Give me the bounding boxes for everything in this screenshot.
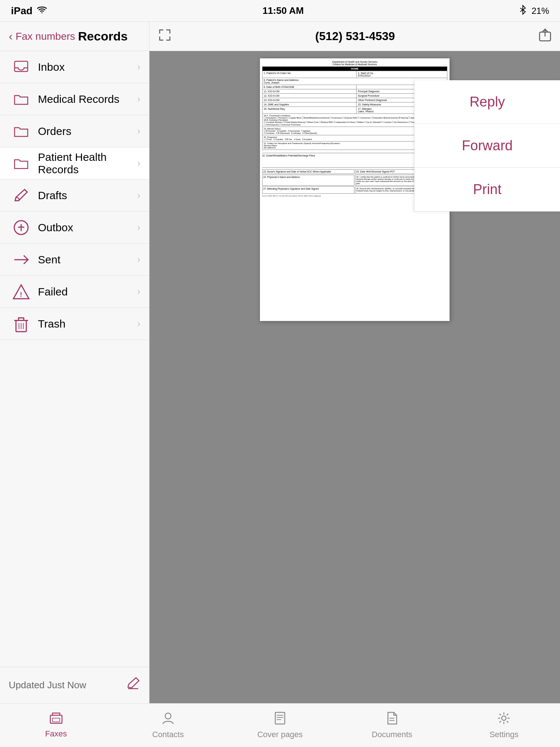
tab-bar: Faxes Contacts Cover pages [0, 703, 560, 747]
failed-chevron-icon: › [137, 286, 140, 297]
time-display: 11:50 AM [262, 5, 304, 16]
settings-tab-label: Settings [490, 730, 519, 739]
drafts-icon [12, 186, 31, 205]
bluetooth-icon [519, 5, 526, 17]
inbox-chevron-icon: › [137, 61, 140, 73]
documents-icon [386, 712, 397, 728]
drafts-label: Drafts [38, 189, 137, 202]
sent-chevron-icon: › [137, 254, 140, 265]
patient-health-records-folder-icon [12, 154, 31, 173]
sidebar-item-orders[interactable]: Orders › [0, 115, 149, 147]
compose-button[interactable] [126, 676, 140, 694]
forward-button[interactable]: Forward [415, 124, 560, 168]
tab-faxes[interactable]: Faxes [0, 704, 112, 747]
sidebar-item-patient-health-records[interactable]: Patient Health Records › [0, 147, 149, 179]
svg-text:!: ! [20, 291, 22, 298]
medical-records-chevron-icon: › [137, 93, 140, 105]
sidebar-item-trash[interactable]: Trash › [0, 308, 149, 340]
svg-rect-8 [275, 712, 285, 724]
tab-documents[interactable]: Documents [336, 704, 448, 747]
sidebar-header: ‹ Fax numbers Records [0, 22, 149, 51]
outbox-label: Outbox [38, 221, 137, 234]
sidebar-item-sent[interactable]: Sent › [0, 244, 149, 276]
outbox-chevron-icon: › [137, 222, 140, 233]
svg-point-14 [502, 716, 506, 720]
trash-icon [12, 314, 31, 333]
sidebar: ‹ Fax numbers Records Inbox › Medical Re… [0, 22, 149, 703]
sidebar-item-failed[interactable]: ! Failed › [0, 276, 149, 308]
medical-records-folder-icon [12, 90, 31, 109]
content-header: (512) 531-4539 [149, 22, 560, 51]
settings-icon [497, 712, 510, 728]
inbox-icon [12, 58, 31, 77]
sidebar-item-inbox[interactable]: Inbox › [0, 51, 149, 83]
sent-icon [12, 250, 31, 269]
inbox-label: Inbox [38, 61, 137, 73]
back-label: Fax numbers [16, 31, 75, 42]
medical-records-label: Medical Records [38, 93, 137, 105]
sent-label: Sent [38, 253, 137, 266]
sidebar-items-list: Inbox › Medical Records › Orders › [0, 51, 149, 667]
sidebar-title: Records [78, 29, 128, 43]
battery-text: 21% [532, 6, 549, 16]
contacts-icon [162, 712, 174, 728]
content-pane: (512) 531-4539 Department of Health and … [149, 22, 560, 703]
fax-number-display: (512) 531-4539 [315, 30, 395, 43]
back-button[interactable]: ‹ Fax numbers [9, 30, 75, 43]
failed-icon: ! [12, 282, 31, 301]
cover-pages-icon [275, 712, 285, 728]
reply-button[interactable]: Reply [415, 80, 560, 124]
patient-health-records-chevron-icon: › [137, 158, 140, 169]
drafts-chevron-icon: › [137, 190, 140, 201]
trash-label: Trash [38, 318, 137, 330]
orders-label: Orders [38, 125, 137, 138]
tab-cover-pages[interactable]: Cover pages [224, 704, 336, 747]
documents-tab-label: Documents [372, 730, 412, 739]
sidebar-item-outbox[interactable]: Outbox › [0, 212, 149, 244]
expand-button[interactable] [158, 28, 171, 44]
faxes-tab-label: Faxes [45, 729, 67, 739]
patient-health-records-label: Patient Health Records [38, 151, 137, 176]
sidebar-item-drafts[interactable]: Drafts › [0, 179, 149, 212]
sidebar-item-medical-records[interactable]: Medical Records › [0, 83, 149, 115]
device-label: iPad [11, 5, 32, 17]
svg-point-7 [165, 713, 171, 719]
orders-chevron-icon: › [137, 125, 140, 137]
tab-settings[interactable]: Settings [448, 704, 560, 747]
updated-text: Updated Just Now [9, 680, 86, 691]
trash-chevron-icon: › [137, 318, 140, 329]
context-menu: Reply Forward Print [414, 80, 560, 212]
print-button[interactable]: Print [415, 168, 560, 212]
cover-pages-tab-label: Cover pages [257, 730, 303, 739]
faxes-icon [50, 712, 63, 727]
failed-label: Failed [38, 286, 137, 298]
orders-folder-icon [12, 122, 31, 141]
tab-contacts[interactable]: Contacts [112, 704, 224, 747]
status-bar: iPad 11:50 AM 21% [0, 0, 560, 22]
contacts-tab-label: Contacts [152, 730, 184, 739]
back-chevron-icon: ‹ [9, 30, 13, 43]
fax-document-area: Department of Health and Human Services … [149, 51, 560, 703]
sidebar-footer: Updated Just Now [0, 667, 149, 703]
wifi-icon [37, 5, 47, 17]
share-button[interactable] [539, 28, 551, 44]
svg-rect-6 [52, 718, 60, 722]
outbox-icon [12, 218, 31, 237]
